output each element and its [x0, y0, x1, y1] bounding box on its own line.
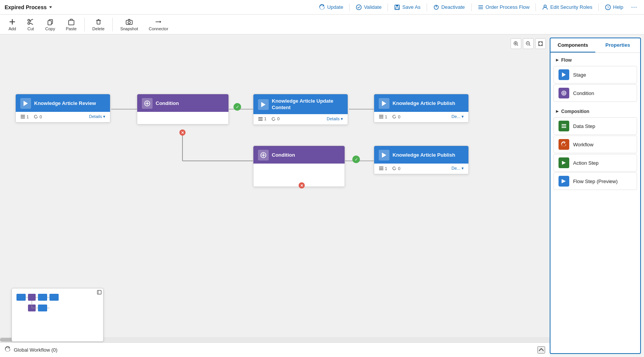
node4-details-button[interactable]: De... ▾	[452, 114, 464, 119]
data-step-icon	[559, 121, 569, 131]
cut-button[interactable]: Cut	[23, 16, 38, 33]
delete-handle-2[interactable]: ✕	[299, 182, 305, 188]
fit-icon	[538, 41, 543, 46]
node6-details-button[interactable]: De... ▾	[452, 166, 464, 171]
cut-label: Cut	[27, 26, 34, 31]
tab-properties[interactable]: Properties	[595, 38, 640, 52]
panel-item-condition[interactable]: Condition	[554, 84, 637, 102]
zoom-out-button[interactable]	[523, 38, 534, 49]
panel-item-stage[interactable]: Stage	[554, 66, 637, 84]
snapshot-button[interactable]: Snapshot	[117, 16, 142, 33]
node3-steps: 1	[258, 116, 266, 121]
svg-marker-74	[556, 59, 559, 61]
validate-button[interactable]: Validate	[352, 3, 385, 12]
power-icon	[433, 4, 439, 10]
delete-handle-1[interactable]: ✕	[179, 129, 186, 136]
node-condition-top[interactable]: Condition	[137, 94, 229, 124]
check-connector-2: ✓	[352, 156, 360, 163]
node1-footer: 1 0 Details ▾	[20, 114, 105, 119]
node6-body: 1 0 De... ▾	[374, 164, 468, 174]
zoom-in-button[interactable]	[511, 38, 521, 49]
copy-icon	[46, 18, 54, 26]
node-knowledge-article-publish-bottom[interactable]: Knowledge Article Publish 1 0 De... ▾	[374, 146, 469, 174]
node2-title: Condition	[156, 100, 179, 107]
fit-button[interactable]	[535, 38, 546, 49]
minimap-node-3	[38, 294, 47, 301]
node5-icon	[258, 150, 269, 160]
svg-rect-45	[258, 118, 263, 119]
plus-icon	[8, 18, 16, 26]
svg-point-15	[28, 22, 30, 24]
node-knowledge-article-publish-top[interactable]: Knowledge Article Publish 1 0 De... ▾	[374, 94, 469, 123]
svg-point-10	[544, 5, 546, 7]
order-process-flow-button[interactable]: Order Process Flow	[474, 3, 534, 12]
paste-button[interactable]: Paste	[62, 16, 80, 33]
node2-header: Condition	[137, 94, 228, 112]
minimap	[12, 288, 104, 342]
node-knowledge-article-update-content[interactable]: Knowledge Article Update Content 1 0 Det…	[253, 94, 348, 125]
node4-loops: 0	[392, 114, 400, 119]
panel-item-data-step[interactable]: Data Step	[554, 117, 637, 135]
node-knowledge-article-review[interactable]: Knowledge Article Review 1 0 Details ▾	[15, 94, 110, 123]
right-panel: Components Properties Flow Stage Conditi…	[550, 38, 641, 354]
help-button[interactable]: ? Help	[601, 3, 627, 12]
node1-title: Knowledge Article Review	[34, 100, 96, 107]
deactivate-label: Deactivate	[441, 4, 465, 10]
node6-loops: 0	[392, 166, 400, 171]
connector-button[interactable]: Connector	[145, 16, 172, 33]
global-workflow-collapse-button[interactable]	[537, 346, 545, 354]
global-workflow-refresh-icon	[5, 346, 11, 352]
node3-details-button[interactable]: Details ▾	[327, 116, 343, 121]
node4-icon	[379, 98, 389, 109]
section-collapse-icon	[555, 58, 560, 62]
loops-icon-3	[271, 116, 276, 121]
svg-rect-66	[97, 290, 101, 294]
composition-collapse-icon	[555, 109, 560, 114]
save-as-button[interactable]: Save As	[390, 3, 424, 12]
tab-components[interactable]: Components	[550, 38, 595, 52]
scissors-icon	[27, 18, 34, 26]
node-condition-bottom[interactable]: Condition	[253, 146, 345, 187]
node1-details-button[interactable]: Details ▾	[89, 114, 105, 119]
action-step-icon	[559, 157, 569, 168]
camera-icon	[125, 18, 133, 26]
panel-item-workflow[interactable]: Workflow	[554, 136, 637, 153]
node4-title: Knowledge Article Publish	[393, 100, 455, 107]
copy-button[interactable]: Copy	[41, 16, 59, 33]
svg-rect-23	[97, 20, 100, 24]
collapse-icon	[538, 348, 544, 352]
node3-title: Knowledge Article Update Content	[272, 98, 343, 111]
update-button[interactable]: Update	[315, 3, 347, 12]
connector-label: Connector	[149, 26, 168, 31]
add-button[interactable]: Add	[5, 16, 20, 33]
title-dropdown-icon[interactable]	[48, 5, 53, 10]
stage-icon	[22, 100, 29, 107]
process-canvas[interactable]: ✕ ✕ ✓ ✓ Knowledge Article Review 1	[0, 34, 550, 357]
panel-item-action-step[interactable]: Action Step	[554, 154, 637, 172]
more-button[interactable]: ⋯	[629, 2, 639, 12]
node6-icon	[379, 150, 389, 160]
steps-icon-6	[379, 166, 384, 171]
refresh-icon	[319, 4, 325, 10]
svg-point-27	[128, 21, 130, 24]
panel-item-flow-step[interactable]: Flow Step (Preview)	[554, 172, 637, 190]
workflow-item-icon	[559, 139, 569, 150]
deactivate-button[interactable]: Deactivate	[429, 3, 468, 12]
panel-tabs: Components Properties	[550, 38, 640, 53]
person-icon	[542, 4, 548, 10]
svg-text:?: ?	[607, 6, 609, 10]
trash-icon	[95, 18, 102, 26]
node6-title: Knowledge Article Publish	[393, 152, 455, 159]
flow-step-icon	[559, 176, 569, 187]
help-icon: ?	[605, 4, 611, 10]
steps-icon-3	[258, 116, 263, 121]
workflow-label: Workflow	[573, 142, 593, 147]
edit-security-roles-button[interactable]: Edit Security Roles	[538, 3, 596, 12]
delete-button[interactable]: Delete	[89, 16, 108, 33]
svg-rect-50	[379, 118, 383, 118]
workflow-panel-icon	[561, 141, 567, 147]
global-workflow-icon	[5, 346, 11, 354]
node3-loops: 0	[271, 116, 279, 121]
minimap-expand-button[interactable]	[97, 290, 102, 296]
svg-rect-38	[21, 116, 25, 117]
